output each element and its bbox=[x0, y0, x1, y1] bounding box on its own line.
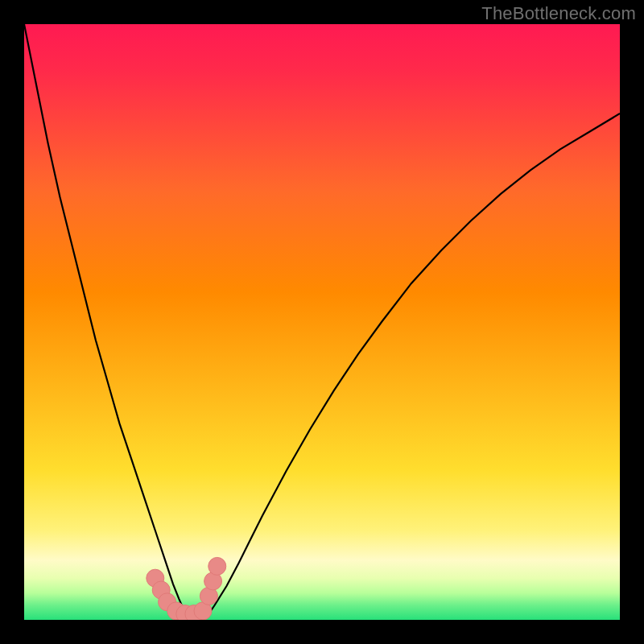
watermark-text: TheBottleneck.com bbox=[481, 3, 636, 24]
chart-frame: TheBottleneck.com bbox=[0, 0, 644, 644]
plot-area bbox=[24, 24, 620, 620]
marker-dot bbox=[208, 557, 226, 575]
chart-svg bbox=[24, 24, 620, 620]
gradient-background bbox=[24, 24, 620, 620]
